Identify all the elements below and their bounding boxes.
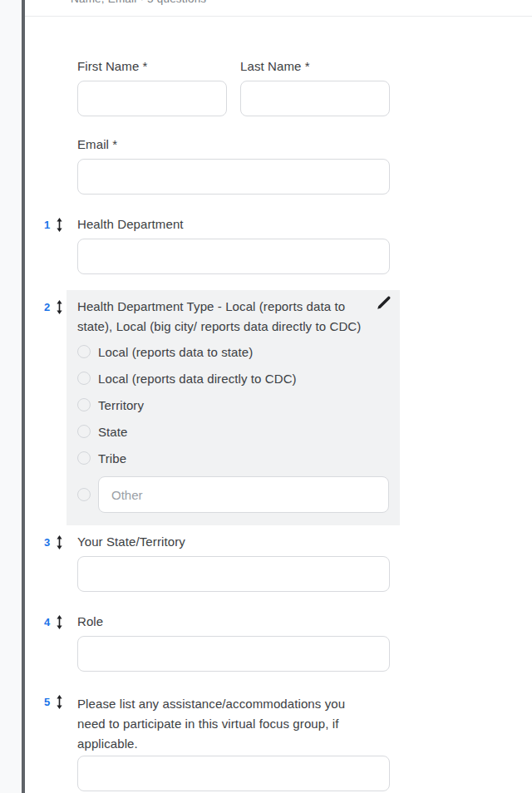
question-number: 5: [44, 696, 50, 709]
radio-button-icon[interactable]: [77, 372, 91, 385]
radio-option[interactable]: State: [77, 418, 389, 445]
radio-button-icon[interactable]: [77, 345, 91, 358]
radio-button-icon[interactable]: [77, 488, 91, 501]
form-builder-page: Name, Email · 5 questions First Name * L…: [0, 0, 532, 793]
form-body: First Name * Last Name * Email * 1: [25, 17, 532, 791]
email-input[interactable]: [77, 159, 390, 195]
up-down-arrow-icon[interactable]: [56, 218, 63, 232]
left-rail: [0, 0, 22, 793]
other-option-input[interactable]: [98, 476, 389, 513]
question-4-meta: 4: [44, 615, 63, 629]
up-down-arrow-icon[interactable]: [56, 535, 63, 549]
email-field: Email *: [77, 137, 390, 195]
question-number: 4: [44, 616, 50, 629]
question-1-meta: 1: [44, 218, 63, 232]
radio-option-label: Territory: [98, 398, 144, 412]
question-number: 2: [44, 301, 50, 314]
question-4-input[interactable]: [77, 636, 390, 672]
question-3-input[interactable]: [77, 556, 390, 592]
question-number: 1: [44, 219, 50, 232]
question-label: Health Department: [77, 217, 377, 232]
radio-option[interactable]: Local (reports data directly to CDC): [77, 365, 389, 392]
question-3: 3 Your State/Territory: [77, 534, 532, 592]
question-label: Please list any assistance/accommodation…: [77, 694, 372, 754]
pencil-icon[interactable]: [375, 294, 392, 311]
question-number: 3: [44, 536, 50, 549]
first-name-label: First Name *: [77, 59, 227, 74]
radio-button-icon[interactable]: [77, 451, 91, 465]
question-1: 1 Health Department: [77, 217, 532, 274]
last-name-label: Last Name *: [240, 59, 390, 74]
radio-option-label: Local (reports data directly to CDC): [98, 372, 297, 386]
first-name-field: First Name *: [77, 59, 227, 116]
question-5-meta: 5: [44, 695, 63, 709]
question-2: 2 Health Depar: [77, 290, 532, 525]
radio-option-label: Local (reports data to state): [98, 345, 253, 359]
radio-option[interactable]: Local (reports data to state): [77, 338, 389, 365]
form-canvas: Name, Email · 5 questions First Name * L…: [25, 0, 532, 793]
up-down-arrow-icon[interactable]: [56, 695, 63, 709]
question-5-input[interactable]: [77, 756, 390, 791]
radio-option-label: State: [98, 425, 128, 439]
radio-button-icon[interactable]: [77, 398, 91, 411]
question-5: 5 Please list any assistance/accommodati…: [77, 694, 532, 791]
first-name-input[interactable]: [77, 81, 227, 116]
up-down-arrow-icon[interactable]: [56, 300, 63, 314]
question-label: Your State/Territory: [77, 534, 377, 549]
section-header: Name, Email · 5 questions: [25, 0, 532, 17]
last-name-input[interactable]: [240, 81, 390, 116]
section-summary: Name, Email · 5 questions: [71, 0, 206, 6]
radio-button-icon[interactable]: [77, 425, 91, 438]
question-1-input[interactable]: [77, 239, 390, 274]
radio-option-list: Local (reports data to state) Local (rep…: [77, 338, 389, 471]
email-label: Email *: [77, 137, 390, 152]
radio-option[interactable]: Territory: [77, 392, 389, 418]
selected-question-card[interactable]: Health Department Type - Local (reports …: [66, 290, 400, 525]
other-option-row: [77, 476, 389, 513]
question-label: Role: [77, 614, 377, 629]
name-fields-row: First Name * Last Name *: [77, 59, 532, 116]
radio-option-label: Tribe: [98, 451, 126, 465]
last-name-field: Last Name *: [240, 59, 390, 116]
question-2-meta: 2: [44, 300, 63, 314]
radio-option[interactable]: Tribe: [77, 445, 389, 471]
up-down-arrow-icon[interactable]: [56, 615, 63, 629]
question-4: 4 Role: [77, 614, 532, 672]
question-label: Health Department Type - Local (reports …: [77, 297, 370, 337]
question-3-meta: 3: [44, 535, 63, 549]
